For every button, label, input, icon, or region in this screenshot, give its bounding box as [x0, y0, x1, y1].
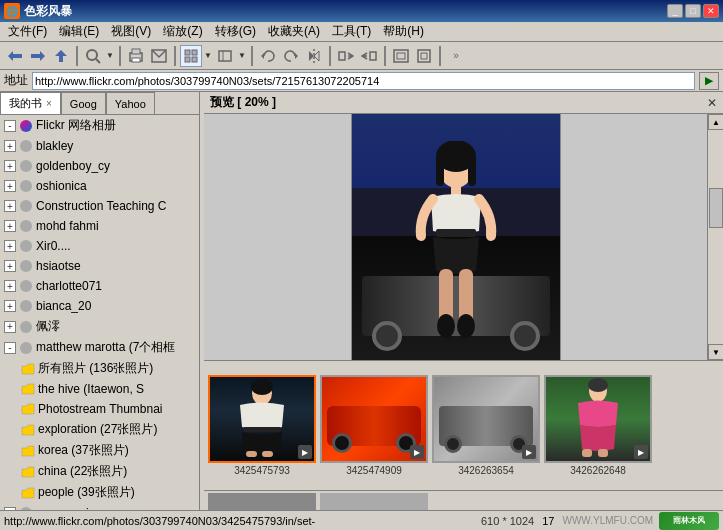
- menu-help[interactable]: 帮助(H): [377, 21, 430, 42]
- list-item-china[interactable]: china (22张照片): [0, 461, 199, 482]
- thumb-label-1: 3425475793: [234, 465, 290, 476]
- menu-edit[interactable]: 编辑(E): [53, 21, 105, 42]
- fit-button[interactable]: [413, 45, 435, 67]
- thumbnail-item-4[interactable]: ▶ 3426262648: [544, 375, 652, 476]
- menu-view[interactable]: 视图(V): [105, 21, 157, 42]
- scroll-down-button[interactable]: ▼: [708, 344, 723, 360]
- expand-icon[interactable]: +: [4, 140, 16, 152]
- thumbnail-bottom-1[interactable]: [208, 493, 316, 510]
- list-item-mohd-fahmi[interactable]: + mohd fahmi: [0, 216, 199, 236]
- more-button[interactable]: »: [445, 45, 467, 67]
- thumb-next-arrow[interactable]: ▶: [298, 445, 312, 459]
- list-item-construction-teaching[interactable]: + Construction Teaching C: [0, 196, 199, 216]
- expand-icon[interactable]: +: [4, 160, 16, 172]
- forward-button[interactable]: [27, 45, 49, 67]
- thumbnail-bottom-2[interactable]: [320, 493, 428, 510]
- thumbnail-4[interactable]: ▶: [544, 375, 652, 463]
- view-mode-button[interactable]: [214, 45, 236, 67]
- fullscreen-button[interactable]: [390, 45, 412, 67]
- go-button[interactable]: ▶: [699, 72, 719, 90]
- separator-1: [76, 46, 78, 66]
- expand-icon[interactable]: +: [4, 260, 16, 272]
- list-item-bianca20[interactable]: + bianca_20: [0, 296, 199, 316]
- favorites-list-wrapper: - Flickr 网络相册 + blakley +: [0, 115, 199, 510]
- search-button[interactable]: [82, 45, 104, 67]
- thumbnail-3[interactable]: ▶: [432, 375, 540, 463]
- expand-icon[interactable]: +: [4, 220, 16, 232]
- tab-google[interactable]: Goog: [61, 92, 106, 114]
- svg-rect-23: [436, 229, 476, 237]
- list-item-oshionica[interactable]: + oshionica: [0, 176, 199, 196]
- list-item-the-hive[interactable]: the hive (Itaewon, S: [0, 379, 199, 399]
- thumbnail-1[interactable]: ▶: [208, 375, 316, 463]
- list-item-people[interactable]: people (39张照片): [0, 482, 199, 503]
- layout-grid-button[interactable]: [180, 45, 202, 67]
- list-item-exploration[interactable]: exploration (27张照片): [0, 419, 199, 440]
- list-item-charlotte071[interactable]: + charlotte071: [0, 276, 199, 296]
- search-dropdown[interactable]: ▼: [105, 45, 115, 67]
- list-item-hsiaotse[interactable]: + hsiaotse: [0, 256, 199, 276]
- rotate-right-button[interactable]: [280, 45, 302, 67]
- layout-buttons: ▼ ▼: [180, 45, 247, 67]
- thumbnail-2[interactable]: ▶: [320, 375, 428, 463]
- favorites-list[interactable]: - Flickr 网络相册 + blakley +: [0, 115, 199, 510]
- print-button[interactable]: [125, 45, 147, 67]
- expand-icon[interactable]: -: [4, 120, 16, 132]
- thumb-next-arrow-4[interactable]: ▶: [634, 445, 648, 459]
- list-item-xir0[interactable]: + Xir0....: [0, 236, 199, 256]
- flickr-icon: [18, 118, 34, 134]
- user-icon: [18, 158, 34, 174]
- expand-icon[interactable]: +: [4, 180, 16, 192]
- list-item-all-photos[interactable]: 所有照片 (136张照片): [0, 358, 199, 379]
- expand-icon[interactable]: +: [4, 200, 16, 212]
- view-dropdown[interactable]: ▼: [237, 45, 247, 67]
- back-button[interactable]: [4, 45, 26, 67]
- list-item-goldenboy[interactable]: + goldenboy_cy: [0, 156, 199, 176]
- svg-rect-4: [132, 58, 140, 62]
- expand-icon[interactable]: +: [4, 321, 16, 333]
- thumbnail-item-2[interactable]: ▶ 3425474909: [320, 375, 428, 476]
- menu-zoom[interactable]: 缩放(Z): [157, 21, 208, 42]
- list-item-matthew-marotta[interactable]: - matthew marotta (7个相框: [0, 337, 199, 358]
- tab-mybookmarks[interactable]: 我的书 ×: [0, 92, 61, 114]
- preview-scrollbar[interactable]: ▲ ▼: [707, 114, 723, 360]
- list-item-peilei[interactable]: + 佩澪: [0, 316, 199, 337]
- search-buttons: ▼: [82, 45, 115, 67]
- address-input[interactable]: [32, 72, 695, 90]
- separator-7: [439, 46, 441, 66]
- list-item-photostream[interactable]: Photostream Thumbnai: [0, 399, 199, 419]
- thumbnail-item-1[interactable]: ▶ 3425475793: [208, 375, 316, 476]
- menu-file[interactable]: 文件(F): [2, 21, 53, 42]
- list-item-korea[interactable]: korea (37张照片): [0, 440, 199, 461]
- menu-tools[interactable]: 工具(T): [326, 21, 377, 42]
- flip-h-button[interactable]: [303, 45, 325, 67]
- menu-favorites[interactable]: 收藏夹(A): [262, 21, 326, 42]
- expand-icon[interactable]: -: [4, 342, 16, 354]
- preview-close-button[interactable]: ✕: [707, 96, 717, 110]
- thumb-next-arrow-2[interactable]: ▶: [410, 445, 424, 459]
- title-bar: 🌐 色彩风暴 _ □ ✕: [0, 0, 723, 22]
- zoom-in-button[interactable]: [358, 45, 380, 67]
- thumbnail-item-3[interactable]: ▶ 3426263654: [432, 375, 540, 476]
- rotate-left-button[interactable]: [257, 45, 279, 67]
- maximize-button[interactable]: □: [685, 4, 701, 18]
- list-item-sesomswim[interactable]: + sesomswim: [0, 503, 199, 510]
- up-button[interactable]: [50, 45, 72, 67]
- expand-icon[interactable]: +: [4, 280, 16, 292]
- list-item-blakley[interactable]: + blakley: [0, 136, 199, 156]
- scroll-up-button[interactable]: ▲: [708, 114, 723, 130]
- scroll-thumb[interactable]: [709, 188, 723, 228]
- email-button[interactable]: [148, 45, 170, 67]
- thumb-next-arrow-3[interactable]: ▶: [522, 445, 536, 459]
- layout-dropdown[interactable]: ▼: [203, 45, 213, 67]
- expand-icon[interactable]: +: [4, 240, 16, 252]
- close-button[interactable]: ✕: [703, 4, 719, 18]
- menu-transfer[interactable]: 转移(G): [209, 21, 262, 42]
- zoom-out-button[interactable]: [335, 45, 357, 67]
- minimize-button[interactable]: _: [667, 4, 683, 18]
- tab-yahoo[interactable]: Yahoo: [106, 92, 155, 114]
- list-item-flickr-header[interactable]: - Flickr 网络相册: [0, 115, 199, 136]
- expand-icon[interactable]: +: [4, 507, 16, 510]
- preview-panel: 预览 [ 20% ] ✕: [204, 92, 723, 510]
- expand-icon[interactable]: +: [4, 300, 16, 312]
